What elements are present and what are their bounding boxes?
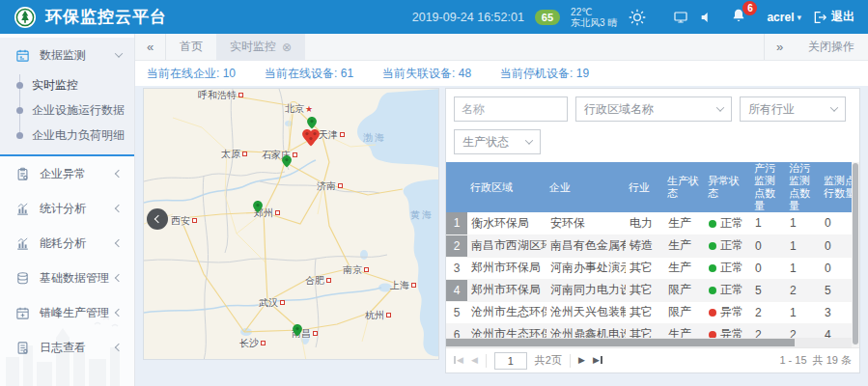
map-city-label: 南京 [343, 263, 369, 277]
industry-filter-value: 所有行业 [748, 101, 795, 118]
enterprise-table-wrap: 行政区域企业行业生产状态异常状态产污监测点数量治污监测点数量监测点运行数量 1衡… [446, 162, 852, 338]
table-row[interactable]: 3郑州市环保局河南办事处演示其它生产正常010 [446, 257, 852, 279]
sidebar-item-base-data-manage[interactable]: 基础数据管理 [0, 261, 134, 295]
city-name: 长沙 [239, 338, 259, 348]
sidebar-subitem-label: 企业设施运行数据 [32, 102, 125, 119]
red-pin-icon[interactable] [304, 131, 318, 149]
weather-label: 22℃ 东北风3 晴 [571, 7, 617, 28]
speaker-icon[interactable] [699, 10, 714, 25]
prev-page-button[interactable]: ◀ [471, 356, 478, 365]
last-page-button[interactable]: ▶ [593, 356, 602, 365]
table-header-row: 行政区域企业行业生产状态异常状态产污监测点数量治污监测点数量监测点运行数量 [446, 162, 852, 212]
sidebar-item-energy-analysis[interactable]: 能耗分析 [0, 226, 134, 261]
city-marker-icon [242, 152, 247, 156]
logout-button[interactable]: 退出 [812, 9, 854, 25]
sidebar-group-energy-analysis: 能耗分析 [0, 226, 134, 261]
table-row[interactable]: 6沧州市生态环保局沧州鼎鑫机电设备其它生产异常224 [446, 323, 852, 338]
green-pin-icon[interactable] [251, 198, 265, 215]
next-page-button[interactable]: ▶ [578, 356, 585, 365]
capital-star-icon: ★ [305, 104, 313, 114]
cell-industry: 其它 [626, 279, 664, 301]
sidebar-item-data-monitor[interactable]: 数据监测 [0, 38, 134, 72]
sidebar-item-statistic-analysis[interactable]: 统计分析 [0, 191, 134, 226]
sidebar-menu: 数据监测实时监控企业设施运行数据企业电力负荷明细企业异常统计分析能耗分析基础数据… [0, 34, 134, 365]
main-area: « 首页实时监控⊗ » 关闭操作 当前在线企业: 10当前在线设备: 61当前失… [135, 34, 868, 386]
bullet-icon [16, 82, 23, 89]
notification-bell[interactable]: 6 [731, 8, 746, 26]
map-city-label: 合肥 [305, 274, 331, 288]
table-row[interactable]: 4郑州市环保局河南同力电力设备其它限产正常525 [446, 279, 852, 301]
green-pin-icon[interactable] [280, 152, 294, 170]
page-number-input[interactable] [494, 352, 527, 370]
table-row[interactable]: 5沧州市生态环保局沧州天兴包装制品其它限产异常213 [446, 301, 852, 323]
cell-region: 郑州市环保局 [467, 279, 546, 301]
sidebar-subitem-power-load-detail[interactable]: 企业电力负荷明细 [0, 123, 134, 148]
region-filter-select[interactable]: 行政区域名称 [575, 96, 732, 122]
stat-value: 10 [223, 67, 236, 80]
sidebar-subitem-device-run-data[interactable]: 企业设施运行数据 [0, 97, 134, 123]
city-marker-icon [192, 218, 197, 223]
sidebar-item-label: 基础数据管理 [40, 270, 116, 287]
user-menu[interactable]: acrel ▾ [767, 11, 801, 24]
map-city-label: 太原 [221, 148, 247, 161]
city-marker-icon [275, 210, 280, 215]
total-count-label: 共 19 条 [813, 354, 852, 366]
tabs-scroll-left-button[interactable]: « [135, 34, 166, 60]
region-filter-value: 行政区域名称 [584, 101, 654, 118]
doc-icon [15, 341, 30, 355]
city-marker-icon [261, 341, 266, 345]
map-city-label: 济南 [317, 179, 343, 193]
cell-prod: 生产 [664, 257, 705, 279]
sidebar-item-label: 统计分析 [40, 201, 116, 217]
chevron-down-icon [115, 49, 123, 57]
city-name: 呼和浩特 [198, 90, 237, 100]
horizontal-scrollbar[interactable] [446, 338, 852, 347]
map-panel[interactable]: 呼和浩特北京★天津太原石家庄济南西安郑州南京合肥上海武汉杭州南昌长沙渤海黄海 [143, 88, 439, 360]
horizontal-scrollbar-thumb[interactable] [446, 339, 795, 346]
chevron-down-icon [525, 136, 533, 144]
status-filter-select[interactable]: 生产状态 [454, 129, 541, 154]
sidebar-item-peak-production-manage[interactable]: 错峰生产管理 [0, 295, 134, 330]
name-filter-input[interactable] [454, 96, 568, 122]
chart-icon [15, 236, 30, 251]
stat-value: 61 [341, 67, 353, 80]
industry-filter-select[interactable]: 所有行业 [740, 96, 846, 122]
city-name: 西安 [171, 215, 190, 226]
cell-industry: 铸造 [626, 234, 664, 257]
map-collapse-button[interactable] [147, 208, 168, 230]
tab-close-icon[interactable]: ⊗ [282, 41, 292, 53]
cell-company: 沧州天兴包装制品 [546, 301, 626, 323]
stat-label: 当前失联设备: [382, 67, 459, 80]
stat-value: 48 [459, 67, 471, 80]
table-row[interactable]: 1衡水环保局安环保电力生产正常110 [446, 212, 852, 234]
page-range-label: 1 - 15 共 19 条 [779, 353, 852, 368]
close-operations-button[interactable]: 关闭操作 [808, 39, 854, 55]
vertical-scrollbar-thumb[interactable] [853, 163, 858, 345]
table-row[interactable]: 2南昌市西湖区环保局南昌有色金属有限公司铸造生产正常010 [446, 234, 852, 257]
city-marker-icon [364, 267, 369, 272]
vertical-scrollbar[interactable] [852, 162, 859, 347]
city-name: 太原 [221, 149, 240, 159]
sidebar-subitem-label: 实时监控 [32, 77, 78, 94]
tabs-scroll-right-button[interactable]: » [764, 34, 795, 60]
status-text: 异常 [720, 305, 743, 318]
sidebar-submenu: 实时监控企业设施运行数据企业电力负荷明细 [0, 72, 134, 152]
first-page-button[interactable]: ◀ [454, 356, 463, 365]
sidebar-subitem-realtime-monitor[interactable]: 实时监控 [0, 72, 134, 97]
tab-realtime-monitor[interactable]: 实时监控⊗ [216, 34, 305, 61]
column-header: 行业 [626, 162, 664, 212]
sidebar-subitem-label: 企业电力负荷明细 [32, 127, 125, 144]
cell-company: 河南同力电力设备 [546, 279, 626, 301]
chevron-down-icon [716, 103, 724, 111]
bullet-icon [16, 132, 23, 139]
map-sea-label: 黄海 [410, 208, 434, 222]
green-pin-icon[interactable] [291, 321, 304, 339]
tab-home[interactable]: 首页 [166, 34, 216, 61]
sidebar-item-label: 能耗分析 [40, 235, 116, 252]
sidebar-item-log-view[interactable]: 日志查看 [0, 330, 134, 365]
sidebar-item-enterprise-abnormal[interactable]: 企业异常 [0, 156, 134, 191]
stats-bar: 当前在线企业: 10当前在线设备: 61当前失联设备: 48当前停机设备: 19 [135, 61, 868, 86]
cell-v2: 1 [786, 234, 821, 257]
map-city-label: 呼和浩特 [198, 89, 243, 102]
monitor-icon[interactable] [673, 10, 688, 25]
